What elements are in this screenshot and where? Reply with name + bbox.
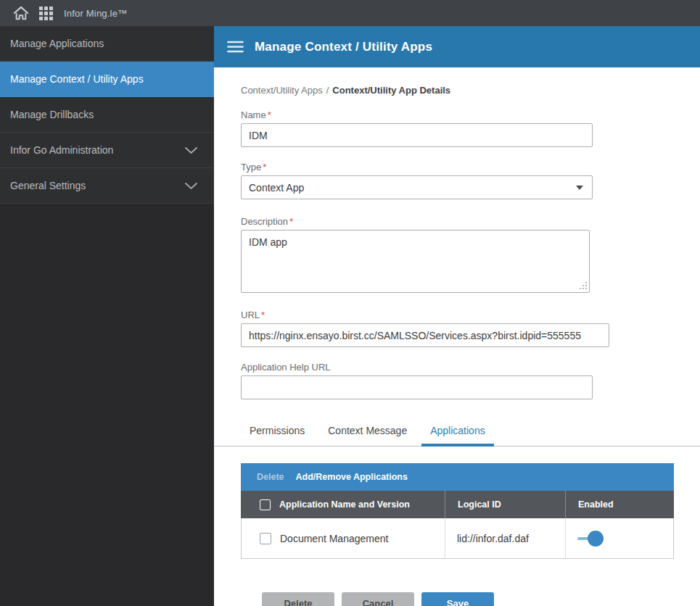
menu-hamburger-icon[interactable] [226,38,244,57]
save-button[interactable]: Save [421,592,494,606]
tab-bar: Permissions Context Message Applications [214,425,700,447]
sidebar-item-label: Manage Drillbacks [10,109,94,120]
description-field-group: Description* IDM app [241,216,700,293]
type-select-value: Context App [249,182,304,194]
type-select[interactable]: Context App [241,175,593,199]
help-url-field-group: Application Help URL [241,362,700,399]
tab-context-message[interactable]: Context Message [319,425,416,446]
breadcrumb-parent-link[interactable]: Context/Utility Apps [241,85,323,96]
applications-table: Delete Add/Remove Applications Applicati… [241,463,674,559]
table-row: Document Management lid://infor.daf.daf [241,518,674,559]
resize-grip-icon[interactable] [585,288,587,289]
required-marker: * [268,109,271,120]
table-delete-button[interactable]: Delete [257,472,284,482]
url-label: URL* [241,310,700,320]
add-remove-applications-button[interactable]: Add/Remove Applications [296,472,408,482]
breadcrumb-separator: / [326,85,329,96]
delete-button[interactable]: Delete [262,592,334,606]
main-panel: Manage Context / Utility Apps Context/Ut… [214,26,700,606]
description-label: Description* [241,216,700,227]
page-header: Manage Context / Utility Apps [214,26,700,67]
breadcrumb: Context/Utility Apps/Context/Utility App… [241,85,700,96]
help-url-input[interactable] [241,375,593,399]
app-title: Infor Ming.le™ [64,8,127,19]
sidebar-item-label: Infor Go Administration [10,144,113,156]
chevron-down-icon [184,182,198,190]
url-field-group: URL* [241,310,700,347]
cell-logical-id: lid://infor.daf.daf [445,518,565,558]
sidebar: Manage Applications Manage Context / Uti… [0,26,214,606]
required-marker: * [263,162,266,173]
type-field-group: Type* Context App [241,162,700,199]
top-bar: Infor Ming.le™ [0,0,700,26]
footer-actions: Delete Cancel Save [262,592,700,606]
name-label: Name* [241,109,700,120]
dropdown-arrow-icon [576,186,583,190]
sidebar-item-manage-drillbacks[interactable]: Manage Drillbacks [0,97,214,133]
select-all-checkbox[interactable] [260,499,271,510]
header-cell-enabled: Enabled [565,491,674,518]
table-header-row: Application Name and Version Logical ID … [241,491,674,518]
chevron-down-icon [184,146,198,154]
breadcrumb-current: Context/Utility App Details [332,85,450,96]
required-marker: * [289,216,293,227]
header-cell-application-name: Application Name and Version [241,491,445,518]
type-label: Type* [241,162,700,173]
tab-applications[interactable]: Applications [421,425,494,446]
sidebar-item-label: General Settings [10,180,86,191]
home-icon[interactable] [9,0,33,26]
tab-permissions[interactable]: Permissions [241,425,313,446]
app-grid-icon[interactable] [33,0,58,26]
help-url-label: Application Help URL [241,362,700,373]
sidebar-item-manage-context-utility-apps[interactable]: Manage Context / Utility Apps [0,62,214,97]
cancel-button[interactable]: Cancel [342,592,414,606]
url-input[interactable] [241,323,609,347]
page-content: Context/Utility Apps/Context/Utility App… [214,67,700,606]
sidebar-item-infor-go-administration[interactable]: Infor Go Administration [0,133,214,168]
row-checkbox[interactable] [260,533,271,544]
cell-enabled [565,518,673,558]
enabled-toggle[interactable] [577,531,604,547]
name-field-group: Name* [241,109,700,147]
cell-application-name: Document Management [242,518,445,558]
name-input[interactable] [241,123,593,147]
sidebar-item-general-settings[interactable]: General Settings [0,168,214,204]
header-cell-logical-id: Logical ID [445,491,565,518]
page-title: Manage Context / Utility Apps [255,40,432,54]
sidebar-item-label: Manage Context / Utility Apps [10,73,144,85]
sidebar-item-manage-applications[interactable]: Manage Applications [0,26,214,62]
description-textarea[interactable]: IDM app [241,230,590,293]
sidebar-item-label: Manage Applications [10,38,104,49]
required-marker: * [261,310,265,320]
table-toolbar: Delete Add/Remove Applications [241,463,674,491]
